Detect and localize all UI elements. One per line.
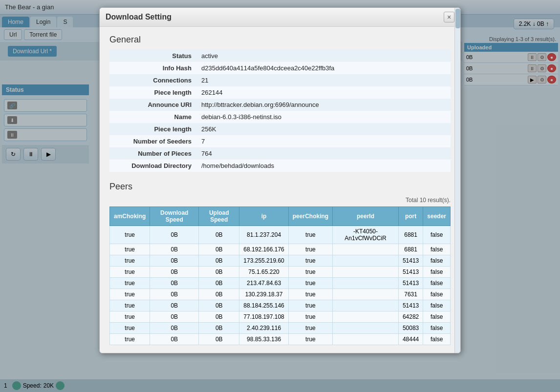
field-label: Info Hash xyxy=(109,62,197,74)
peers-cell: 75.1.65.220 xyxy=(239,267,288,278)
field-label: Connections xyxy=(109,74,197,86)
peers-cell: 0B xyxy=(199,311,239,323)
field-value: /home/behdad/downloads xyxy=(197,160,451,172)
peers-cell: false xyxy=(423,267,451,278)
peers-cell: 48444 xyxy=(398,334,423,345)
peers-cell: 0B xyxy=(150,311,199,323)
peers-cell: true xyxy=(288,289,332,300)
peers-cell: false xyxy=(423,226,451,244)
peers-cell: true xyxy=(288,278,332,289)
general-row: Connections21 xyxy=(109,74,451,86)
peers-cell: true xyxy=(288,255,332,267)
peers-row: true0B0B213.47.84.63true51413false xyxy=(110,278,451,289)
peers-cell: true xyxy=(288,226,332,244)
peers-cell xyxy=(333,244,399,255)
field-label: Piece length xyxy=(109,123,197,135)
peers-row: true0B0B81.1.237.204true-KT4050-An1vCfWv… xyxy=(110,226,451,244)
peers-row: true0B0B173.255.219.60true51413false xyxy=(110,255,451,267)
peers-cell: 130.239.18.37 xyxy=(239,289,288,300)
peers-cell: false xyxy=(423,289,451,300)
peers-cell: true xyxy=(288,267,332,278)
general-row: Piece length262144 xyxy=(109,86,451,99)
peers-cell: 173.255.219.60 xyxy=(239,255,288,267)
field-label: Number of Pieces xyxy=(109,147,197,160)
field-value: 764 xyxy=(197,147,451,160)
peers-cell: 0B xyxy=(199,255,239,267)
field-label: Status xyxy=(109,50,197,62)
peers-cell: true xyxy=(110,244,150,255)
peers-cell: 0B xyxy=(199,267,239,278)
peers-cell: true xyxy=(110,267,150,278)
peers-cell: true xyxy=(288,311,332,323)
general-row: Piece length256K xyxy=(109,123,451,135)
peers-cell: 0B xyxy=(150,267,199,278)
peers-cell: 0B xyxy=(199,334,239,345)
peers-cell xyxy=(333,311,399,323)
peers-cell: true xyxy=(288,323,332,334)
peers-col-header: seeder xyxy=(423,207,451,226)
peers-cell xyxy=(333,278,399,289)
peers-col-header: peerId xyxy=(333,207,399,226)
peers-cell: true xyxy=(110,323,150,334)
peers-cell: 50083 xyxy=(398,323,423,334)
peers-cell: false xyxy=(423,323,451,334)
peers-cell: false xyxy=(423,300,451,311)
peers-cell: 0B xyxy=(150,300,199,311)
peers-cell xyxy=(333,323,399,334)
peers-cell: 88.184.255.146 xyxy=(239,300,288,311)
peers-cell: true xyxy=(110,300,150,311)
scrollbar-thumb xyxy=(455,9,460,28)
field-label: Piece length xyxy=(109,86,197,99)
peers-cell: false xyxy=(423,255,451,267)
modal-overlay: Download Setting × General StatusactiveI… xyxy=(0,0,560,392)
peers-row: true0B0B68.192.166.176true6881false xyxy=(110,244,451,255)
field-label: Announce URI xyxy=(109,99,197,111)
total-results-label: Total 10 result(s). xyxy=(109,197,451,204)
peers-cell: 0B xyxy=(199,226,239,244)
peers-cell: 0B xyxy=(150,334,199,345)
peers-cell: 51413 xyxy=(398,278,423,289)
peers-col-header: port xyxy=(398,207,423,226)
field-label: Download Directory xyxy=(109,160,197,172)
field-value: 262144 xyxy=(197,86,451,99)
peers-cell xyxy=(333,289,399,300)
peers-cell: 77.108.197.108 xyxy=(239,311,288,323)
peers-cell: true xyxy=(110,289,150,300)
peers-cell: true xyxy=(288,334,332,345)
peers-cell: true xyxy=(110,278,150,289)
peers-col-header: peerChoking xyxy=(288,207,332,226)
field-value: d235dd640a4114a5fe804cdceea2c40e22ffb3fa xyxy=(197,62,451,74)
peers-cell: 0B xyxy=(150,278,199,289)
peers-col-header: amChoking xyxy=(110,207,150,226)
peers-cell xyxy=(333,267,399,278)
general-row: Download Directory/home/behdad/downloads xyxy=(109,160,451,172)
peers-col-header: ip xyxy=(239,207,288,226)
peers-col-header: Upload Speed xyxy=(199,207,239,226)
general-row: Statusactive xyxy=(109,50,451,62)
general-row: Info Hashd235dd640a4114a5fe804cdceea2c40… xyxy=(109,62,451,74)
general-row: Number of Seeders7 xyxy=(109,135,451,147)
peers-cell: 51413 xyxy=(398,255,423,267)
general-row: Namedebian-6.0.3-i386-netinst.iso xyxy=(109,111,451,123)
peers-row: true0B0B2.40.239.116true50083false xyxy=(110,323,451,334)
peers-cell: -KT4050-An1vCfWvDCiR xyxy=(333,226,399,244)
peers-cell: 68.192.166.176 xyxy=(239,244,288,255)
peers-cell: 0B xyxy=(150,323,199,334)
peers-cell: true xyxy=(110,255,150,267)
peers-row: true0B0B75.1.65.220true51413false xyxy=(110,267,451,278)
modal-body: General StatusactiveInfo Hashd235dd640a4… xyxy=(100,27,460,353)
peers-cell: 0B xyxy=(199,244,239,255)
peers-cell: 0B xyxy=(199,278,239,289)
peers-row: true0B0B88.184.255.146true51413false xyxy=(110,300,451,311)
field-value: http://bttracker.debian.org:6969/announc… xyxy=(197,99,451,111)
modal-scrollbar[interactable] xyxy=(454,8,460,353)
field-value: debian-6.0.3-i386-netinst.iso xyxy=(197,111,451,123)
general-section-title: General xyxy=(109,35,451,45)
peers-cell xyxy=(333,334,399,345)
field-value: active xyxy=(197,50,451,62)
peers-cell: true xyxy=(110,226,150,244)
peers-cell: false xyxy=(423,334,451,345)
peers-cell: 0B xyxy=(199,323,239,334)
general-row: Announce URIhttp://bttracker.debian.org:… xyxy=(109,99,451,111)
close-button[interactable]: × xyxy=(444,12,454,22)
